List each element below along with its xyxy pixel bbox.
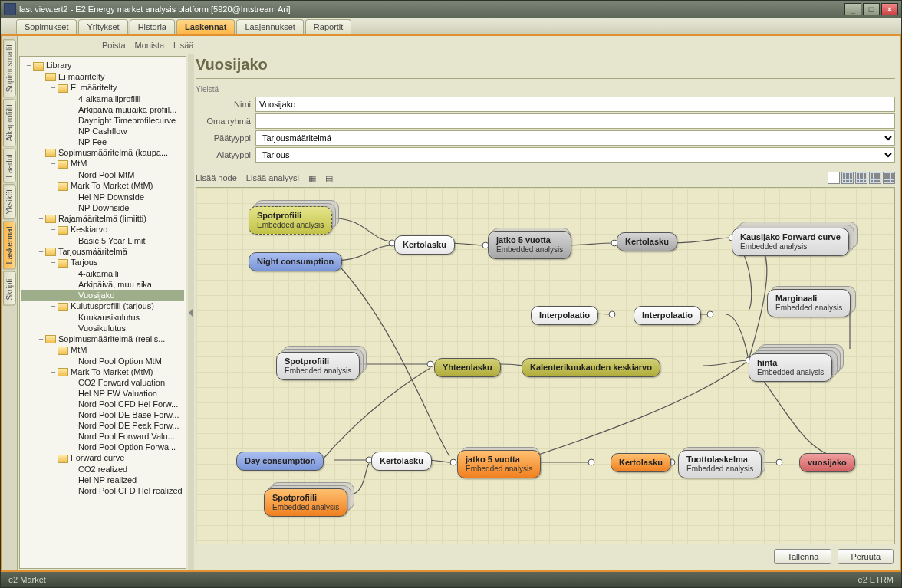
- toolbar-monista[interactable]: Monista: [135, 41, 165, 50]
- tree-item[interactable]: Hel NP realized: [21, 475, 184, 485]
- tree-item[interactable]: Vuosikulutus: [21, 323, 184, 333]
- minimize-button[interactable]: _: [844, 3, 861, 15]
- paatyyppi-select[interactable]: Tarjousmääritelmä: [255, 130, 895, 146]
- tree-item[interactable]: −Mark To Market (MtM): [21, 180, 184, 192]
- svg-point-16: [776, 459, 782, 465]
- tree-item[interactable]: −MtM: [21, 158, 184, 169]
- sidetab-skriptit[interactable]: Skriptit: [3, 271, 16, 306]
- tree-item[interactable]: −MtM: [21, 344, 184, 356]
- node-interpolaatio-2[interactable]: Interpolaatio: [634, 306, 701, 325]
- node-spotprofiili-2[interactable]: SpotprofiiliEmbedded analysis: [276, 352, 360, 380]
- layout-2[interactable]: [841, 172, 854, 184]
- tree-item[interactable]: −Kulutusprofiili (tarjous): [21, 301, 184, 312]
- diagram-canvas[interactable]: SpotprofiiliEmbedded analysis Night cons…: [196, 187, 895, 544]
- tree-item[interactable]: NP Cashflow: [21, 126, 184, 136]
- tree-item[interactable]: Daynight Timeprofilecurve: [21, 115, 184, 126]
- tree-item[interactable]: 4-aikamalliprofiili: [21, 94, 184, 104]
- node-spotprofiili-3[interactable]: SpotprofiiliEmbedded analysis: [264, 488, 347, 517]
- tree-item[interactable]: −Mark To Market (MtM): [21, 366, 184, 378]
- node-jatko-1[interactable]: jatko 5 vuottaEmbedded analysis: [488, 231, 571, 259]
- tree-item[interactable]: Nord Pool CFD Hel realized: [21, 485, 184, 496]
- node-kertolasku-4[interactable]: Kertolasku: [611, 453, 671, 472]
- tree-item[interactable]: −Sopimusmääritelmä (kaupa...: [21, 147, 184, 159]
- tree-item[interactable]: Nord Pool Option Forwa...: [21, 442, 184, 452]
- tree-item[interactable]: Nord Pool Option MtM: [21, 356, 184, 366]
- layout-1[interactable]: [828, 172, 840, 184]
- splitter[interactable]: [188, 54, 194, 570]
- tree-item[interactable]: Nord Pool DE Peak Forw...: [21, 420, 184, 431]
- tree-item[interactable]: −Ei määritelty: [21, 71, 184, 83]
- maximize-button[interactable]: □: [863, 3, 880, 15]
- tree-item[interactable]: NP Downside: [21, 202, 184, 213]
- node-night-consumption[interactable]: Night consumption: [249, 252, 342, 271]
- nimi-input[interactable]: [255, 97, 895, 112]
- save-button[interactable]: Tallenna: [774, 549, 831, 564]
- node-kertolasku-1[interactable]: Kertolasku: [394, 235, 455, 255]
- tab-sopimukset[interactable]: Sopimukset: [16, 19, 77, 34]
- tab-historia[interactable]: Historia: [130, 19, 175, 34]
- node-kausijako[interactable]: Kausijako Forward curveEmbedded analysis: [732, 228, 849, 256]
- tree-item[interactable]: Nord Pool MtM: [21, 169, 184, 180]
- toolbar-icon-1[interactable]: ▦: [308, 173, 316, 183]
- tree-item[interactable]: −Ei määritelty: [21, 82, 184, 94]
- layout-4[interactable]: [869, 172, 881, 184]
- tree-panel[interactable]: −Library−Ei määritelty−Ei määritelty4-ai…: [19, 56, 186, 569]
- tab-laskennat[interactable]: Laskennat: [176, 19, 235, 34]
- node-tuottolaskelma[interactable]: TuottolaskelmaEmbedded analysis: [678, 450, 762, 478]
- node-jatko-2[interactable]: jatko 5 vuottaEmbedded analysis: [457, 450, 541, 478]
- tree-item[interactable]: Arkipäivä muuaika profiil...: [21, 104, 184, 115]
- svg-point-14: [588, 459, 594, 465]
- tree-item[interactable]: −Keskiarvo: [21, 224, 184, 235]
- tree-item[interactable]: Vuosijako: [21, 290, 184, 301]
- add-node[interactable]: Lisää node: [196, 173, 237, 182]
- node-vuosijako[interactable]: vuosijako: [799, 453, 855, 472]
- tree-item[interactable]: Hel NP FW Valuation: [21, 388, 184, 399]
- tree-item[interactable]: −Tarjous: [21, 257, 184, 268]
- sidetab-sopimusmallit[interactable]: Sopimusmallit: [3, 39, 16, 97]
- tree-item[interactable]: Nord Pool Forward Valu...: [21, 431, 184, 442]
- sidetab-laskennat[interactable]: Laskennat: [3, 221, 16, 269]
- toolbar-icon-2[interactable]: ▤: [325, 173, 333, 183]
- tree-item[interactable]: −Forward curve: [21, 452, 184, 464]
- tree-item[interactable]: CO2 realized: [21, 464, 184, 475]
- sidetab-aikaprofiilit[interactable]: Aikaprofiilit: [3, 99, 16, 146]
- tree-item[interactable]: Kuukausikulutus: [21, 312, 184, 323]
- tree-item[interactable]: −Sopimusmääritelmä (realis...: [21, 333, 184, 345]
- cancel-button[interactable]: Peruuta: [838, 549, 894, 564]
- layout-5[interactable]: [883, 172, 895, 184]
- node-spotprofiili-1[interactable]: SpotprofiiliEmbedded analysis: [249, 206, 332, 235]
- node-day-consumption[interactable]: Day consumption: [236, 452, 324, 471]
- tree-item[interactable]: −Rajamääritelmä (limiitti): [21, 213, 184, 225]
- alatyyppi-select[interactable]: Tarjous: [255, 147, 895, 163]
- node-kertolasku-2[interactable]: Kertolasku: [617, 232, 677, 251]
- tree-item[interactable]: Nord Pool DE Base Forw...: [21, 409, 184, 420]
- toolbar-lisaa[interactable]: Lisää: [173, 41, 193, 50]
- node-kalenterikuukauden[interactable]: Kalenterikuukauden keskiarvo: [522, 358, 660, 377]
- node-kertolasku-3[interactable]: Kertolasku: [371, 452, 432, 471]
- tree-item[interactable]: NP Fee: [21, 136, 184, 147]
- tree-item[interactable]: −Library: [21, 60, 184, 71]
- tree-item[interactable]: −Tarjousmääritelmä: [21, 246, 184, 258]
- tab-yritykset[interactable]: Yritykset: [78, 19, 127, 34]
- tree-item[interactable]: Basic 5 Year Limit: [21, 235, 184, 246]
- sidetab-yksiköt[interactable]: Yksiköt: [3, 184, 16, 219]
- omaryhma-input[interactable]: [255, 113, 895, 129]
- close-button[interactable]: ×: [881, 3, 898, 15]
- title-bar[interactable]: last view.ert2 - E2 Energy market analys…: [1, 1, 901, 18]
- node-interpolaatio-1[interactable]: Interpolaatio: [531, 306, 598, 325]
- sidetab-laadut[interactable]: Laadut: [3, 149, 16, 183]
- tree-item[interactable]: Nord Pool CFD Hel Forw...: [21, 399, 184, 409]
- tree-item[interactable]: CO2 Forward valuation: [21, 377, 184, 388]
- tab-raportit[interactable]: Raportit: [305, 19, 352, 34]
- tree-item[interactable]: Hel NP Downside: [21, 192, 184, 202]
- tab-laajennukset[interactable]: Laajennukset: [236, 19, 303, 34]
- node-hinta[interactable]: hintaEmbedded analysis: [749, 353, 832, 382]
- side-tabs: SopimusmallitAikaprofiilitLaadutYksikötL…: [2, 36, 18, 570]
- node-marginaali[interactable]: MarginaaliEmbedded analysis: [767, 289, 851, 317]
- layout-3[interactable]: [855, 172, 867, 184]
- tree-item[interactable]: Arkipäivä, muu aika: [21, 279, 184, 290]
- toolbar-poista[interactable]: Poista: [102, 41, 126, 50]
- node-yhteenlasku[interactable]: Yhteenlasku: [434, 358, 501, 377]
- add-analysis[interactable]: Lisää analyysi: [246, 173, 299, 182]
- tree-item[interactable]: 4-aikamalli: [21, 268, 184, 279]
